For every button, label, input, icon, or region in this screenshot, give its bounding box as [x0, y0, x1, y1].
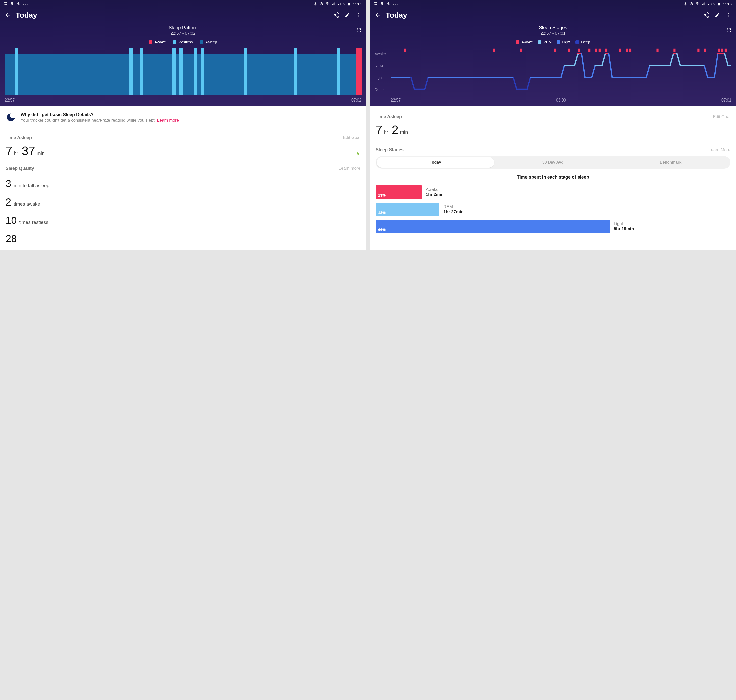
moon-icon	[6, 112, 16, 123]
edit-icon[interactable]	[344, 12, 350, 18]
svg-rect-46	[704, 49, 706, 51]
chart-body[interactable]: Awake REM Light Deep	[375, 48, 732, 96]
wifi-icon	[325, 1, 329, 6]
svg-point-14	[358, 16, 359, 17]
share-icon[interactable]	[703, 12, 710, 18]
back-icon[interactable]	[4, 12, 11, 18]
sleep-stages-section: Sleep Stages Learn More Today 30 Day Avg…	[370, 139, 736, 239]
tab-benchmark[interactable]: Benchmark	[612, 157, 729, 168]
svg-rect-44	[673, 49, 676, 51]
svg-rect-37	[595, 49, 597, 51]
sleep-stages-chart: Sleep Stages 22:57 - 07:01 Awake REM Lig…	[370, 24, 736, 106]
svg-rect-32	[520, 49, 522, 51]
pattern-event-restless	[294, 48, 297, 96]
pattern-event-restless	[172, 48, 176, 96]
image-icon	[3, 1, 7, 6]
expand-icon[interactable]	[357, 28, 361, 33]
overflow-icon[interactable]	[355, 12, 361, 18]
mic-icon	[386, 1, 391, 6]
x-mid: 03:00	[556, 98, 566, 103]
legend-label: Awake	[154, 40, 166, 44]
svg-point-9	[337, 13, 338, 14]
x-end: 07:01	[721, 98, 732, 103]
stage-bar: 18%	[376, 203, 439, 216]
time-asleep-section: Time Asleep Edit Goal 7 hr 2 min	[370, 106, 736, 139]
x-start: 22:57	[4, 98, 15, 103]
stage-bar: 66%	[376, 220, 610, 233]
stage-duration: 1hr 27min	[444, 209, 463, 214]
section-title: Sleep Quality	[6, 166, 34, 171]
legend-restless: Restless	[173, 40, 193, 44]
battery-text: 70%	[707, 2, 715, 6]
star-icon: ★	[356, 150, 360, 157]
overflow-icon[interactable]	[725, 12, 732, 18]
minutes-unit: min	[400, 129, 408, 135]
chart-header: Sleep Pattern 22:57 - 07:02	[0, 24, 366, 37]
tab-today[interactable]: Today	[376, 157, 494, 168]
edit-icon[interactable]	[714, 12, 720, 18]
clock-text: 11:05	[353, 2, 363, 6]
learn-more-link[interactable]: Learn More	[709, 147, 730, 153]
svg-rect-2	[18, 2, 19, 4]
expand-icon[interactable]	[726, 28, 732, 33]
quality-text: times awake	[13, 201, 40, 207]
topbar: ••• 71% 11:05	[0, 0, 366, 24]
x-start: 22:57	[391, 98, 401, 103]
signal-icon	[701, 1, 705, 6]
stage-caption: Time spent in each stage of sleep	[376, 173, 730, 185]
svg-point-28	[728, 15, 729, 16]
legend-label: Light	[562, 40, 570, 44]
svg-rect-36	[588, 49, 590, 51]
hours-value: 7	[376, 123, 382, 137]
status-right: 70% 11:07	[683, 1, 733, 6]
stage-name: REM	[444, 204, 463, 209]
quality-text: min to fall asleep	[13, 183, 50, 188]
stage-duration: 1hr 2min	[426, 192, 444, 197]
tab-30day[interactable]: 30 Day Avg	[494, 157, 612, 168]
back-icon[interactable]	[375, 12, 381, 18]
share-icon[interactable]	[333, 12, 339, 18]
status-bar: ••• 70% 11:07	[370, 0, 736, 7]
location-icon	[10, 1, 14, 6]
time-asleep-section: Time Asleep Edit Goal 7 hr 37 min ★	[0, 129, 366, 160]
bluetooth-icon	[683, 1, 687, 6]
content-area: Time Asleep Edit Goal 7 hr 2 min Sleep S…	[370, 106, 736, 250]
edit-goal-link[interactable]: Edit Goal	[713, 114, 730, 119]
legend-awake: Awake	[516, 40, 533, 44]
svg-rect-17	[388, 2, 389, 4]
svg-rect-43	[657, 49, 658, 51]
mic-icon	[16, 1, 21, 6]
hours-value: 7	[6, 144, 12, 158]
quality-number: 28	[6, 233, 17, 244]
learn-more-link[interactable]: Learn more	[339, 166, 360, 171]
alarm-icon	[319, 1, 323, 6]
alarm-icon	[689, 1, 693, 6]
svg-rect-48	[721, 49, 723, 51]
x-end: 07:02	[351, 98, 361, 103]
legend-label: Restless	[178, 40, 193, 44]
signal-icon	[331, 1, 335, 6]
stage-duration: 5hr 19min	[614, 226, 634, 231]
section-title: Time Asleep	[376, 114, 402, 119]
topbar: ••• 70% 11:07 Today	[370, 0, 736, 24]
time-asleep-value: 7 hr 37 min ★	[6, 144, 360, 158]
legend-light: Light	[557, 40, 570, 44]
status-bar: ••• 71% 11:05	[0, 0, 366, 7]
y-label: Light	[375, 75, 388, 79]
stage-tabs: Today 30 Day Avg Benchmark	[376, 156, 730, 169]
more-icon: •••	[393, 2, 400, 6]
edit-goal-link[interactable]: Edit Goal	[343, 135, 360, 140]
chart-legend: Awake REM Light Deep	[370, 37, 736, 48]
hours-unit: hr	[14, 150, 18, 156]
legend-deep: Deep	[576, 40, 590, 44]
svg-point-27	[728, 13, 729, 14]
section-title: Sleep Stages	[376, 147, 404, 153]
quality-item: 3min to fall asleep	[6, 175, 360, 193]
learn-more-link[interactable]: Learn more	[157, 118, 179, 123]
svg-rect-31	[493, 49, 495, 51]
svg-rect-40	[619, 49, 621, 51]
svg-rect-38	[599, 49, 601, 51]
legend-rem: REM	[538, 40, 552, 44]
chart-body[interactable]	[4, 48, 361, 96]
battery-text: 71%	[337, 2, 345, 6]
